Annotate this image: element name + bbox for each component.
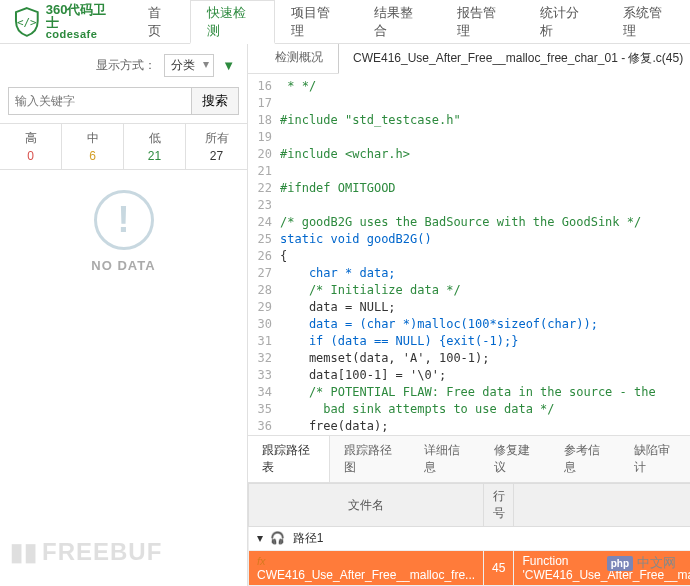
expand-icon[interactable]: ▾ bbox=[257, 531, 263, 545]
nodata: ! NO DATA bbox=[0, 170, 247, 586]
path-label: 路径1 bbox=[293, 531, 324, 545]
nav: 首页快速检测项目管理结果整合报告管理统计分析系统管理 bbox=[132, 0, 690, 43]
code-line: 20#include <wchar.h> bbox=[248, 146, 690, 163]
tab-overview[interactable]: 检测概况 bbox=[260, 44, 338, 73]
nodata-text: NO DATA bbox=[91, 258, 155, 273]
code-line: 24/* goodB2G uses the BadSource with the… bbox=[248, 214, 690, 231]
bottom-tab-2[interactable]: 详细信息 bbox=[410, 436, 480, 482]
bottom-tab-5[interactable]: 缺陷审计 bbox=[620, 436, 690, 482]
code-line: 22#ifndef OMITGOOD bbox=[248, 180, 690, 197]
code-line: 28 /* Initialize data */ bbox=[248, 282, 690, 299]
th-filename: 文件名 bbox=[249, 484, 484, 527]
svg-text:</>: </> bbox=[17, 15, 37, 28]
nav-item-5[interactable]: 统计分析 bbox=[524, 0, 607, 43]
code-line: 32 memset(data, 'A', 100-1); bbox=[248, 350, 690, 367]
nav-item-2[interactable]: 项目管理 bbox=[275, 0, 358, 43]
code-line: 29 data = NULL; bbox=[248, 299, 690, 316]
code-line: 34 /* POTENTIAL FLAW: Free data in the s… bbox=[248, 384, 690, 401]
bottom-tab-3[interactable]: 修复建议 bbox=[480, 436, 550, 482]
stats-row: 高0中6低21所有27 bbox=[0, 123, 247, 170]
left-panel: 显示方式： 分类 ▼ 搜索 高0中6低21所有27 ! NO DATA bbox=[0, 44, 248, 586]
stat-2[interactable]: 低21 bbox=[124, 124, 186, 169]
logo-cn: 360代码卫士 bbox=[46, 3, 119, 29]
file-line: 45 bbox=[484, 551, 514, 586]
code-line: 23 bbox=[248, 197, 690, 214]
filter-icon[interactable]: ▼ bbox=[222, 58, 235, 73]
logo: </> 360代码卫士 codesafe bbox=[0, 3, 132, 40]
nav-item-1[interactable]: 快速检测 bbox=[190, 0, 275, 44]
nav-item-3[interactable]: 结果整合 bbox=[358, 0, 441, 43]
display-label: 显示方式： bbox=[96, 57, 156, 74]
th-line: 行号 bbox=[484, 484, 514, 527]
nav-item-4[interactable]: 报告管理 bbox=[441, 0, 524, 43]
main: 显示方式： 分类 ▼ 搜索 高0中6低21所有27 ! NO DATA 检测概况… bbox=[0, 44, 690, 586]
code-line: 16 * */ bbox=[248, 78, 690, 95]
bottom-tabs: 跟踪路径表跟踪路径图详细信息修复建议参考信息缺陷审计 bbox=[248, 435, 690, 483]
shield-icon: </> bbox=[14, 7, 40, 37]
path-row[interactable]: ▾ 🎧 路径1 bbox=[249, 527, 691, 551]
tab-file-label: CWE416_Use_After_Free__malloc_free_char_… bbox=[353, 51, 683, 65]
code-line: 17 bbox=[248, 95, 690, 112]
nav-item-6[interactable]: 系统管理 bbox=[607, 0, 690, 43]
stat-0[interactable]: 高0 bbox=[0, 124, 62, 169]
header: </> 360代码卫士 codesafe 首页快速检测项目管理结果整合报告管理统… bbox=[0, 0, 690, 44]
nav-item-0[interactable]: 首页 bbox=[132, 0, 190, 43]
code-line: 26{ bbox=[248, 248, 690, 265]
code-line: 30 data = (char *)malloc(100*sizeof(char… bbox=[248, 316, 690, 333]
code-line: 18#include "std_testcase.h" bbox=[248, 112, 690, 129]
right-panel: 检测概况 CWE416_Use_After_Free__malloc_free_… bbox=[248, 44, 690, 586]
nodata-icon: ! bbox=[94, 190, 154, 250]
code-line: 21 bbox=[248, 163, 690, 180]
watermark2: php 中文网 bbox=[607, 554, 676, 572]
bottom-tab-0[interactable]: 跟踪路径表 bbox=[248, 436, 330, 482]
display-row: 显示方式： 分类 ▼ bbox=[0, 44, 247, 87]
bottom-tab-4[interactable]: 参考信息 bbox=[550, 436, 620, 482]
fx-icon: fx bbox=[257, 555, 266, 567]
bottom-tab-1[interactable]: 跟踪路径图 bbox=[330, 436, 411, 482]
code-line: 33 data[100-1] = '\0'; bbox=[248, 367, 690, 384]
search-button[interactable]: 搜索 bbox=[192, 87, 239, 115]
code-line: 19 bbox=[248, 129, 690, 146]
search-input[interactable] bbox=[8, 87, 192, 115]
headphone-icon: 🎧 bbox=[270, 531, 285, 545]
code-line: 25static void goodB2G() bbox=[248, 231, 690, 248]
code-line: 36 free(data); bbox=[248, 418, 690, 435]
code-line: 35 bad sink attempts to use data */ bbox=[248, 401, 690, 418]
th-extra bbox=[514, 484, 690, 527]
file-tabs: 检测概况 CWE416_Use_After_Free__malloc_free_… bbox=[248, 44, 690, 74]
tab-file[interactable]: CWE416_Use_After_Free__malloc_free_char_… bbox=[338, 44, 690, 74]
logo-en: codesafe bbox=[46, 29, 119, 40]
stat-1[interactable]: 中6 bbox=[62, 124, 124, 169]
code-line: 31 if (data == NULL) {exit(-1);} bbox=[248, 333, 690, 350]
display-select[interactable]: 分类 bbox=[164, 54, 214, 77]
file-name: CWE416_Use_After_Free__malloc_fre... bbox=[257, 568, 475, 582]
code-line: 27 char * data; bbox=[248, 265, 690, 282]
php-badge: php bbox=[607, 556, 633, 571]
search-row: 搜索 bbox=[0, 87, 247, 123]
watermark: ▮▮FREEBUF bbox=[10, 538, 162, 566]
stat-3[interactable]: 所有27 bbox=[186, 124, 247, 169]
code-editor[interactable]: 16 * */1718#include "std_testcase.h"1920… bbox=[248, 74, 690, 435]
